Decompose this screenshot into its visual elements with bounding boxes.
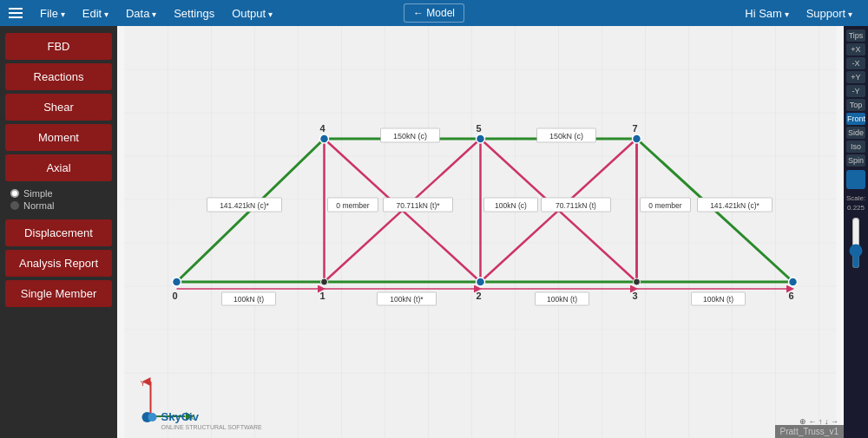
- navbar: File Edit Data Settings Output ← Model H…: [0, 0, 868, 26]
- view-plus-y-button[interactable]: +Y: [846, 71, 865, 83]
- svg-text:6: 6: [789, 291, 794, 301]
- svg-text:2: 2: [477, 291, 482, 301]
- navbar-center: ← Model: [404, 3, 464, 23]
- svg-text:5: 5: [477, 123, 482, 134]
- truss-diagram: 0 1 4 5 2 7 3 6 150kN (c): [117, 26, 844, 438]
- svg-text:0 member: 0 member: [648, 201, 681, 210]
- svg-point-49: [320, 134, 329, 143]
- svg-point-59: [789, 278, 798, 286]
- canvas-area[interactable]: 0 1 4 5 2 7 3 6 150kN (c): [117, 26, 844, 438]
- svg-text:0: 0: [173, 291, 178, 301]
- svg-text:7: 7: [633, 123, 638, 134]
- main-layout: FBD Reactions Shear Moment Axial Simple …: [0, 26, 868, 438]
- simple-radio-label: Simple: [23, 188, 53, 199]
- simple-radio-dot: [10, 189, 19, 198]
- nav-data[interactable]: Data: [119, 3, 163, 23]
- reactions-button[interactable]: Reactions: [5, 63, 112, 90]
- nav-edit[interactable]: Edit: [76, 3, 115, 23]
- svg-text:1: 1: [320, 291, 326, 301]
- svg-text:141.421kN (c)*: 141.421kN (c)*: [710, 201, 760, 210]
- svg-text:4: 4: [320, 123, 326, 134]
- view-iso-button[interactable]: Iso: [846, 141, 865, 153]
- tips-button[interactable]: Tips: [846, 29, 865, 42]
- view-front-button[interactable]: Front: [846, 113, 865, 125]
- user-menu[interactable]: Hi Sam: [738, 3, 795, 23]
- svg-text:150kN (c): 150kN (c): [393, 132, 427, 141]
- sidebar: FBD Reactions Shear Moment Axial Simple …: [0, 26, 117, 438]
- svg-point-53: [477, 278, 485, 286]
- filename-label: Pratt_Truss_v1: [780, 427, 838, 436]
- normal-radio-label: Normal: [23, 200, 54, 211]
- model-button[interactable]: ← Model: [404, 3, 464, 23]
- svg-text:SkyCiv: SkyCiv: [161, 410, 200, 423]
- fbd-button[interactable]: FBD: [5, 33, 112, 60]
- support-menu[interactable]: Support: [799, 3, 859, 23]
- view-top-button[interactable]: Top: [846, 99, 865, 111]
- nav-output[interactable]: Output: [225, 3, 279, 23]
- axial-button[interactable]: Axial: [5, 154, 112, 181]
- view-minus-y-button[interactable]: -Y: [846, 85, 865, 97]
- svg-text:100kN (t): 100kN (t): [233, 295, 264, 304]
- svg-point-55: [633, 134, 641, 143]
- hamburger-menu-icon[interactable]: [9, 8, 23, 18]
- svg-text:0 member: 0 member: [336, 201, 369, 210]
- svg-text:70.711kN (t): 70.711kN (t): [556, 201, 596, 210]
- scale-value: 0.225: [847, 204, 865, 212]
- view-icon[interactable]: [846, 170, 865, 189]
- simple-radio[interactable]: Simple: [10, 188, 107, 199]
- single-member-button[interactable]: Single Member: [5, 280, 112, 307]
- display-mode-group: Simple Normal: [5, 185, 112, 216]
- navbar-right: Hi Sam Support: [738, 3, 859, 23]
- svg-text:Y: Y: [141, 379, 146, 388]
- svg-point-51: [477, 134, 485, 143]
- moment-button[interactable]: Moment: [5, 124, 112, 151]
- displacement-button[interactable]: Displacement: [5, 219, 112, 246]
- status-bar: Pratt_Truss_v1: [775, 425, 844, 438]
- svg-text:100kN (t)*: 100kN (t)*: [390, 295, 424, 304]
- navbar-left: File Edit Data Settings Output: [9, 3, 279, 23]
- nav-file[interactable]: File: [33, 3, 72, 23]
- view-side-button[interactable]: Side: [846, 127, 865, 139]
- mini-controls: ⊕ ← ↑ ↓ →: [799, 417, 838, 426]
- view-minus-x-button[interactable]: -X: [846, 57, 865, 69]
- scale-label: Scale:: [846, 194, 865, 202]
- svg-text:100kN (t): 100kN (t): [703, 295, 733, 304]
- svg-text:ONLINE STRUCTURAL SOFTWARE: ONLINE STRUCTURAL SOFTWARE: [161, 424, 262, 430]
- normal-radio-dot: [10, 201, 19, 210]
- shear-button[interactable]: Shear: [5, 94, 112, 121]
- analysis-report-button[interactable]: Analysis Report: [5, 250, 112, 277]
- svg-point-45: [173, 278, 181, 286]
- svg-text:141.421kN (c)*: 141.421kN (c)*: [220, 201, 269, 210]
- scale-slider[interactable]: [850, 217, 862, 269]
- svg-text:100kN (c): 100kN (c): [495, 201, 527, 210]
- svg-text:150kN (c): 150kN (c): [549, 132, 583, 141]
- view-plus-x-button[interactable]: +X: [846, 43, 865, 56]
- right-panel: Tips +X -X +Y -Y Top Front Side Iso Spin…: [844, 26, 868, 438]
- view-spin-button[interactable]: Spin: [846, 154, 865, 167]
- svg-point-57: [634, 278, 641, 285]
- normal-radio[interactable]: Normal: [10, 200, 107, 211]
- svg-point-92: [148, 413, 157, 422]
- svg-text:3: 3: [633, 291, 638, 301]
- svg-text:100kN (t): 100kN (t): [547, 295, 577, 304]
- nav-settings[interactable]: Settings: [167, 3, 221, 23]
- svg-point-47: [321, 278, 328, 285]
- svg-text:70.711kN (t)*: 70.711kN (t)*: [396, 201, 440, 210]
